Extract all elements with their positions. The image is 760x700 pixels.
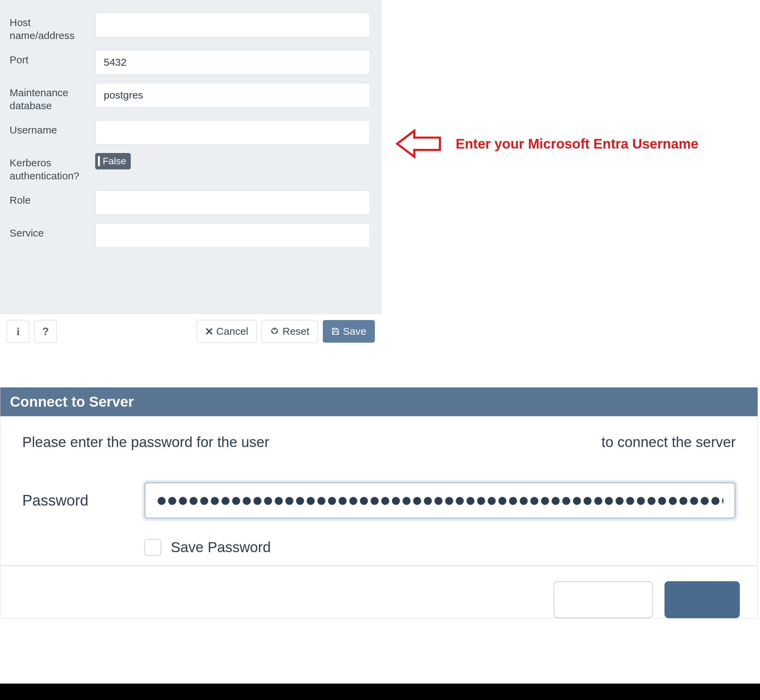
password-label: Password	[22, 492, 118, 509]
password-input[interactable]	[144, 482, 736, 519]
save-password-row: Save Password	[144, 539, 736, 556]
arrow-left-icon	[394, 127, 443, 161]
role-input[interactable]	[95, 190, 370, 215]
reset-button[interactable]: Reset	[261, 320, 318, 343]
label-maintenance-db: Maintenance database	[9, 83, 95, 112]
connect-to-server-dialog: Connect to Server Please enter the passw…	[0, 387, 758, 619]
kerberos-toggle[interactable]: False	[95, 153, 131, 169]
toggle-handle-icon	[98, 156, 100, 166]
help-icon: ?	[42, 325, 49, 338]
save-password-label: Save Password	[171, 539, 271, 556]
label-username: Username	[9, 120, 95, 137]
annotation-text: Enter your Microsoft Entra Username	[456, 136, 698, 152]
field-kerberos: Kerberos authentication? False	[0, 149, 382, 186]
field-username: Username	[0, 116, 382, 149]
info-button[interactable]: i	[7, 320, 30, 343]
recycle-icon	[270, 327, 279, 336]
dialog-ok-button[interactable]: OK	[665, 581, 740, 618]
label-host: Host name/address	[9, 12, 95, 42]
svg-rect-0	[334, 328, 336, 330]
password-row: Password	[22, 482, 736, 519]
annotation-callout: Enter your Microsoft Entra Username	[394, 127, 698, 161]
close-icon	[205, 328, 213, 335]
cancel-button[interactable]: Cancel	[197, 320, 257, 343]
bottom-cutoff-mask	[0, 684, 760, 700]
save-password-checkbox[interactable]	[144, 539, 161, 556]
field-role: Role	[0, 186, 382, 219]
maintenance-db-input[interactable]	[95, 83, 370, 108]
save-icon	[332, 327, 339, 336]
service-input[interactable]	[95, 223, 370, 248]
reset-button-label: Reset	[282, 326, 309, 336]
label-service: Service	[9, 223, 95, 240]
save-button[interactable]: Save	[323, 320, 375, 343]
dialog-cancel-button[interactable]: Cancel	[554, 581, 653, 618]
info-icon: i	[17, 325, 20, 338]
help-button[interactable]: ?	[34, 320, 57, 343]
dialog-prompt: Please enter the password for the user t…	[22, 434, 736, 450]
prompt-left: Please enter the password for the user	[22, 434, 269, 450]
form-footer: i ? Cancel Reset Save	[0, 314, 382, 349]
port-input[interactable]	[95, 50, 370, 75]
field-service: Service	[0, 219, 382, 252]
svg-rect-1	[333, 332, 338, 334]
username-input[interactable]	[95, 120, 370, 145]
label-kerberos: Kerberos authentication?	[9, 153, 95, 182]
field-maintenance-db: Maintenance database	[0, 79, 382, 116]
save-button-label: Save	[343, 326, 366, 336]
prompt-right: to connect the server	[602, 434, 736, 450]
dialog-footer: Cancel OK	[0, 566, 758, 618]
kerberos-toggle-value: False	[103, 156, 126, 167]
connection-form-panel: Host name/address Port Maintenance datab…	[0, 0, 382, 349]
field-host: Host name/address	[0, 9, 382, 46]
label-port: Port	[9, 50, 95, 66]
cancel-button-label: Cancel	[216, 326, 248, 336]
field-port: Port	[0, 46, 382, 79]
dialog-title: Connect to Server	[0, 388, 758, 416]
label-role: Role	[9, 190, 95, 207]
host-input[interactable]	[95, 12, 370, 37]
